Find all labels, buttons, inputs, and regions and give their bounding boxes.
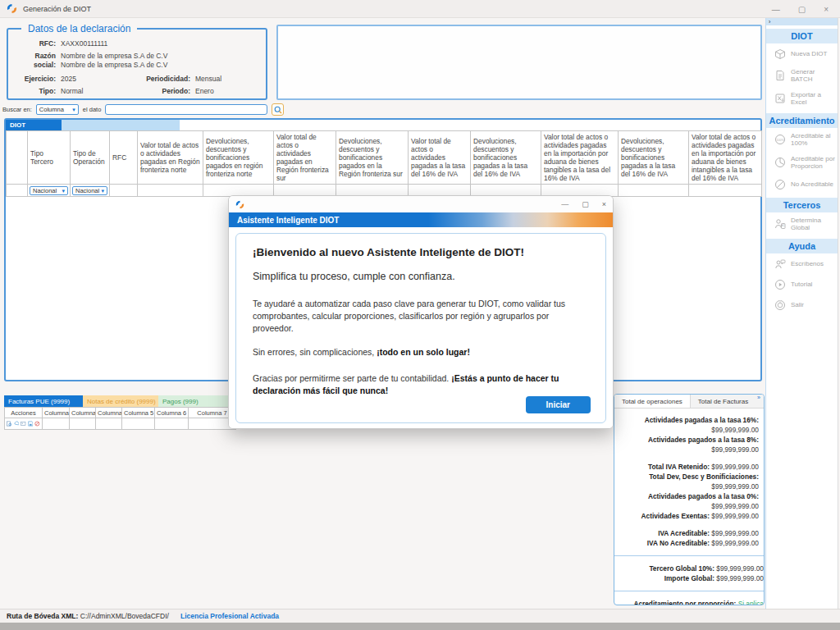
search-column-select[interactable]: Columna▾ <box>36 104 79 115</box>
sidebar-collapse-button[interactable]: › <box>766 18 838 25</box>
declaration-legend: Datos de la declaración <box>21 23 137 34</box>
periodo-label: Periodo: <box>112 87 195 96</box>
determine-global-icon: AC <box>774 218 786 231</box>
diot-col-tipo-operacion: Tipo de Operación <box>71 131 110 185</box>
tipo-tercero-select[interactable]: Nacional▾ <box>30 186 68 195</box>
search-button[interactable] <box>272 103 284 116</box>
chevron-right-icon: › <box>769 19 770 25</box>
modal-header: Asistente Inteligente DIOT <box>229 212 613 227</box>
download-icon[interactable] <box>14 420 20 427</box>
totals-group-iva: IVA Acreditable: $99,999,999.00 IVA No A… <box>618 528 759 548</box>
sidebar-item-acreditable-proporcion[interactable]: Acreditable por Proporcion <box>766 151 838 174</box>
diot-tabstrip-filler <box>62 120 180 130</box>
svg-text:100%: 100% <box>776 139 784 142</box>
el-dato-label: el dato <box>83 106 102 113</box>
search-input[interactable] <box>105 104 267 115</box>
sidebar-item-nueva-diot[interactable]: Nueva DIOT <box>766 43 838 64</box>
totals-group-proporcion: Acreditamiento por proporción: Si aplica… <box>614 591 764 605</box>
chevron-down-icon: ▾ <box>62 188 65 194</box>
save-icon[interactable] <box>28 420 34 427</box>
tab-diot[interactable]: DIOT <box>6 120 62 130</box>
app-window: Generación de DIOT — ▢ × Datos de la dec… <box>0 0 840 630</box>
periodicidad-value: Mensual <box>195 75 221 84</box>
totals-group-tasas: Actividades pagadas a la tasa 16%: $99,9… <box>618 415 759 454</box>
tab-notas-credito[interactable]: Notas de crédito (9999) <box>83 395 158 407</box>
preview-icon[interactable] <box>7 420 12 427</box>
modal-subheading: Simplifica tu proceso, cumple con confia… <box>253 271 589 282</box>
facturas-panel: Facturas PUE (9999) Notas de crédito (99… <box>4 395 235 430</box>
tipo-value: Normal <box>61 87 112 96</box>
secondary-empty-panel <box>276 25 762 100</box>
totals-expander-icon[interactable]: » <box>757 395 760 400</box>
sidebar-item-tutorial[interactable]: Tutorial <box>766 274 838 294</box>
razon-social-value: Nombre de la empresa S.A de C.V Nombre d… <box>61 52 167 70</box>
image-icon[interactable] <box>21 420 26 427</box>
tab-facturas-pue[interactable]: Facturas PUE (9999) <box>4 395 83 407</box>
diot-col-dev-16: Devoluciones, descuentos y bonificacione… <box>471 131 541 185</box>
diot-col-import-tangibles: Valor total de actos o actividades pagad… <box>541 131 619 185</box>
licencia-status[interactable]: Licencia Profesional Activada <box>180 612 279 620</box>
modal-maximize-button[interactable]: ▢ <box>582 200 589 208</box>
totals-group-global: Tercero Global 10%: $99,999,999.00 Impor… <box>614 555 764 583</box>
minimize-button[interactable]: — <box>772 5 780 14</box>
periodicidad-label: Periodicidad: <box>112 75 195 84</box>
sidebar-item-no-acreditable[interactable]: No Acreditable <box>766 174 838 194</box>
diot-col-selector <box>7 131 28 185</box>
rfc-label: RFC: <box>8 39 61 48</box>
close-button[interactable]: × <box>824 5 829 14</box>
search-bar: Buscar en: Columna▾ el dato <box>2 103 284 116</box>
app-logo-icon <box>7 3 17 14</box>
modal-paragraph-3: Gracias por permitirme ser parte de tu c… <box>253 372 589 397</box>
maximize-button[interactable]: ▢ <box>798 5 806 14</box>
diot-tabstrip: DIOT <box>6 120 760 130</box>
ruta-boveda-value: C://AdminXML/BovedaCFDI/ <box>80 612 169 620</box>
periodo-value: Enero <box>195 87 214 96</box>
tipo-operacion-select[interactable]: Nacional▾ <box>72 186 107 195</box>
new-diot-icon <box>774 48 786 60</box>
sidebar-item-acreditable-100[interactable]: 100% Acreditable al 100% <box>766 128 838 151</box>
sidebar-section-diot: DIOT <box>766 29 838 43</box>
facturas-table: Acciones Columna 2 Columna 3 Columna 4 C… <box>4 407 236 430</box>
sidebar-item-salir[interactable]: Salir <box>766 294 838 315</box>
tab-pagos[interactable]: Pagos (999) <box>158 395 234 407</box>
batch-document-icon <box>774 70 786 82</box>
diot-table: Tipo Tercero Tipo de Operación RFC Valor… <box>6 130 762 197</box>
buscar-en-label: Buscar en: <box>2 106 32 113</box>
diot-col-import-intangibles: Valor total de actos o actividades pagad… <box>689 131 762 185</box>
sidebar-section-ayuda: Ayuda <box>766 239 838 253</box>
modal-close-button[interactable]: × <box>602 200 606 208</box>
cancel-icon[interactable] <box>34 420 40 427</box>
fact-col-2: Columna 2 <box>43 408 70 418</box>
declaration-panel: Datos de la declaración RFC: XAXX0011111… <box>7 23 267 100</box>
ejercicio-value: 2025 <box>61 75 112 84</box>
sidebar-item-generar-batch[interactable]: Generar BATCH <box>766 64 838 87</box>
tab-total-operaciones[interactable]: Total de operaciones <box>614 395 691 408</box>
contact-chat-icon <box>774 258 786 270</box>
diot-col-dev-sur: Devoluciones, descuentos y bonificacione… <box>336 131 409 185</box>
modal-minimize-button[interactable]: — <box>561 200 568 208</box>
facturas-table-row <box>5 418 236 430</box>
diot-col-rfc: RFC <box>110 131 138 185</box>
window-titlebar: Generación de DIOT — ▢ × <box>0 0 840 18</box>
ruta-boveda-label: Ruta de Bóveda XML: <box>7 612 78 620</box>
modal-paragraph-1: Te ayudaré a automatizar cada paso clave… <box>253 298 589 336</box>
modal-titlebar: — ▢ × <box>229 196 613 212</box>
modal-paragraph-2: Sin errores, sin complicaciones, ¡todo e… <box>253 346 589 358</box>
modal-body: ¡Bienvenido al nuevo Asistente Inteligen… <box>229 227 613 429</box>
export-excel-icon <box>774 93 786 105</box>
razon-social-label: Razón social: <box>8 52 61 70</box>
diot-col-tipo-tercero: Tipo Tercero <box>28 131 71 185</box>
diot-col-dev-norte: Devoluciones, descuentos y bonificacione… <box>203 131 274 185</box>
sidebar-item-determina-global[interactable]: AC Determina Global <box>766 212 838 235</box>
creditable-proportion-icon <box>774 157 786 169</box>
search-icon <box>274 106 282 114</box>
tab-total-facturas[interactable]: Total de Facturas <box>691 395 756 408</box>
row-selector-cell[interactable] <box>7 185 28 197</box>
fact-col-5: Columna 5 <box>122 408 155 418</box>
diot-col-valor-16: Valor total de actos o actividades pagad… <box>409 131 471 185</box>
fact-col-4: Columna 4 <box>96 408 122 418</box>
iniciar-button[interactable]: Iniciar <box>526 396 591 413</box>
sidebar-item-exportar-excel[interactable]: Exportar a Excel <box>766 87 838 110</box>
sidebar-item-escribenos[interactable]: Escríbenos <box>766 253 838 274</box>
chevron-down-icon: ▾ <box>72 107 75 112</box>
